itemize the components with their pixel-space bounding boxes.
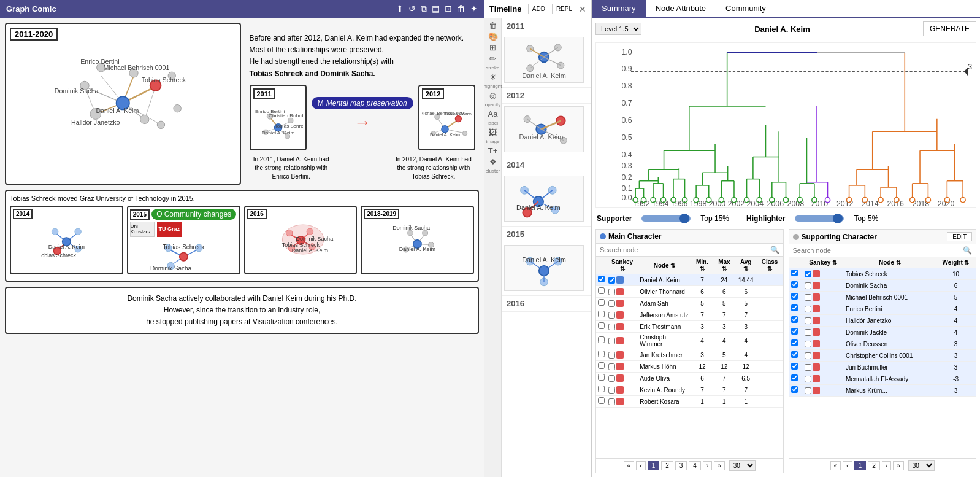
main-page-last[interactable]: » bbox=[714, 461, 725, 470]
refresh-icon[interactable]: ↺ bbox=[408, 4, 416, 14]
supp-char-row[interactable]: Tobias Schreck 10 bbox=[789, 268, 976, 280]
supp-page-2[interactable]: 2 bbox=[868, 461, 880, 470]
supp-char-row[interactable]: Juri Buchmüller 3 bbox=[789, 362, 976, 373]
supp-page-prev[interactable]: ‹ bbox=[843, 461, 852, 470]
graph-comic-header: Graph Comic ⬆ ↺ ⧉ ▤ ⊡ 🗑 ✦ bbox=[0, 0, 484, 18]
community-badge-icon: O bbox=[156, 210, 162, 219]
svg-text:0.1: 0.1 bbox=[622, 184, 632, 193]
supp-page-last[interactable]: » bbox=[893, 461, 904, 470]
col-avg[interactable]: Avg ⇅ bbox=[735, 257, 757, 274]
supp-page-size[interactable]: 30 50 100 bbox=[908, 460, 935, 471]
tab-community[interactable]: Community bbox=[716, 0, 776, 17]
supp-page-first[interactable]: « bbox=[830, 461, 841, 470]
year-panels-row: 2014 Daniel A. Keim Tobi bbox=[10, 206, 474, 274]
camera-icon[interactable]: ⊡ bbox=[445, 4, 452, 14]
svg-text:0.4: 0.4 bbox=[622, 150, 632, 159]
supp-page-1[interactable]: 1 bbox=[854, 461, 867, 470]
opacity-tool-icon[interactable]: ◎ bbox=[489, 91, 496, 100]
col-node[interactable]: Node ⇅ bbox=[638, 257, 691, 274]
share-icon[interactable]: ⬆ bbox=[396, 4, 404, 14]
supp-char-row[interactable]: Dominik Jäckle 4 bbox=[789, 327, 976, 338]
main-page-1[interactable]: 1 bbox=[648, 461, 660, 470]
main-page-first[interactable]: « bbox=[624, 461, 635, 470]
timeline-content: 🗑 🎨 ⊞ ✏ stroke ☀ highlight ◎ opacity Aa … bbox=[484, 18, 591, 477]
timeline-thumb-2015[interactable]: Daniel A. Keim bbox=[502, 242, 591, 296]
year-2015: 2015 bbox=[130, 209, 150, 220]
supporter-slider[interactable] bbox=[641, 215, 691, 222]
delete-tool-icon[interactable]: 🗑 bbox=[489, 21, 497, 30]
main-page-prev[interactable]: ‹ bbox=[636, 461, 645, 470]
close-timeline-icon[interactable]: ✕ bbox=[579, 4, 586, 14]
size-tool-icon[interactable]: ⊞ bbox=[489, 43, 496, 52]
main-char-row[interactable]: Olivier Thonnard 6 6 6 bbox=[596, 286, 783, 298]
repl-button[interactable]: REPL bbox=[552, 4, 576, 14]
supp-char-row[interactable]: Halldór Janetzko 4 bbox=[789, 315, 976, 327]
edit-button[interactable]: EDIT bbox=[947, 232, 972, 241]
supp-char-row[interactable]: Mennatallah El-Assady -3 bbox=[789, 373, 976, 385]
svg-point-88 bbox=[408, 230, 413, 236]
main-char-row[interactable]: Erik Trostmann 3 3 3 bbox=[596, 321, 783, 333]
main-char-search-input[interactable] bbox=[600, 246, 768, 254]
highlighter-slider[interactable] bbox=[795, 215, 844, 222]
layout-icon[interactable]: ▤ bbox=[432, 4, 440, 14]
tab-node-attribute[interactable]: Node Attribute bbox=[646, 0, 716, 17]
main-page-4[interactable]: 4 bbox=[689, 461, 701, 470]
main-char-row[interactable]: Robert Kosara 1 1 1 bbox=[596, 396, 783, 408]
copy-icon[interactable]: ⧉ bbox=[421, 4, 427, 14]
network-2014-sm: Daniel A. Keim Tobias Schreck bbox=[13, 221, 120, 258]
delete-icon[interactable]: 🗑 bbox=[457, 4, 465, 14]
stroke-tool-icon[interactable]: ✏ bbox=[489, 54, 496, 63]
supp-char-search-input[interactable] bbox=[793, 247, 961, 254]
main-char-row[interactable]: Daniel A. Keim 7 24 14.44 bbox=[596, 274, 783, 286]
supp-page-next[interactable]: › bbox=[882, 461, 891, 470]
supp-col-weight[interactable]: Weight ⇅ bbox=[936, 257, 976, 268]
main-char-row[interactable]: Christoph Wimmer 4 4 4 bbox=[596, 333, 783, 349]
magic-icon[interactable]: ✦ bbox=[470, 4, 478, 14]
timeline-thumb-2014[interactable]: Daniel A. Keim bbox=[502, 173, 591, 227]
col-sankey[interactable]: Sankey ⇅ bbox=[607, 257, 638, 274]
supp-char-row[interactable]: Enrico Bertini 4 bbox=[789, 303, 976, 315]
supp-col-sankey[interactable]: Sankey ⇅ bbox=[803, 257, 844, 268]
svg-point-55 bbox=[52, 228, 58, 235]
main-char-row[interactable]: Jan Kretschmer 3 5 4 bbox=[596, 349, 783, 361]
supp-char-row[interactable]: Dominik Sacha 6 bbox=[789, 280, 976, 292]
tab-summary[interactable]: Summary bbox=[592, 0, 646, 17]
story-text-2: Most of the relationships were preserved… bbox=[250, 45, 384, 54]
col-class[interactable]: Class ⇅ bbox=[757, 257, 783, 274]
supp-char-row[interactable]: Oliver Deussen 3 bbox=[789, 338, 976, 350]
main-char-row[interactable]: Markus Höhn 12 12 12 bbox=[596, 361, 783, 373]
timeline-thumb-2012[interactable]: Daniel A. Keim bbox=[502, 104, 591, 157]
col-max[interactable]: Max ⇅ bbox=[713, 257, 735, 274]
label-tool-icon[interactable]: Aa bbox=[488, 109, 498, 118]
generate-button[interactable]: GENERATE bbox=[923, 21, 976, 36]
highlight-tool-icon[interactable]: ☀ bbox=[489, 72, 497, 82]
image-tool-icon[interactable]: 🖼 bbox=[489, 128, 497, 137]
color-tool-icon[interactable]: 🎨 bbox=[488, 32, 498, 41]
timeline-thumb-2011[interactable]: Daniel A. Keim bbox=[502, 34, 591, 88]
main-page-next[interactable]: › bbox=[703, 461, 712, 470]
cluster-tool-icon[interactable]: ❖ bbox=[489, 157, 497, 166]
main-char-row[interactable]: Kevin A. Roundy 7 7 7 bbox=[596, 384, 783, 396]
text-2012: In 2012, Daniel A. Keim had the strong r… bbox=[392, 155, 475, 181]
level-select[interactable]: Level 1.5 Level 1.0 Level 2.0 bbox=[595, 23, 641, 35]
supp-col-node[interactable]: Node ⇅ bbox=[844, 257, 936, 268]
stroke-label-icon: stroke bbox=[486, 65, 500, 71]
svg-text:0.6: 0.6 bbox=[622, 116, 632, 125]
svg-text:2012: 2012 bbox=[836, 200, 854, 207]
main-page-size[interactable]: 30 50 100 bbox=[729, 460, 756, 471]
supp-char-row[interactable]: Michael Behrisch 0001 5 bbox=[789, 292, 976, 303]
network-2015-sm: Tobias Schreck Dominik Sacha bbox=[130, 239, 237, 270]
col-min[interactable]: Min. ⇅ bbox=[691, 257, 713, 274]
text-tool-icon[interactable]: T+ bbox=[488, 146, 498, 155]
add-button[interactable]: ADD bbox=[528, 4, 549, 14]
supp-char-row[interactable]: Markus Krüm... 3 bbox=[789, 385, 976, 397]
supp-char-row[interactable]: Christopher Collins 0001 3 bbox=[789, 350, 976, 362]
main-char-row[interactable]: Jefferson Amstutz 7 7 7 bbox=[596, 309, 783, 321]
main-page-2[interactable]: 2 bbox=[661, 461, 673, 470]
main-page-3[interactable]: 3 bbox=[675, 461, 687, 470]
main-char-row[interactable]: Aude Oliva 6 7 6.5 bbox=[596, 373, 783, 384]
header-icons: ⬆ ↺ ⧉ ▤ ⊡ 🗑 ✦ bbox=[396, 4, 478, 14]
supp-char-table: Sankey ⇅ Node ⇅ Weight ⇅ Tobias Schreck … bbox=[789, 257, 976, 458]
main-char-row[interactable]: Adam Sah 5 5 5 bbox=[596, 298, 783, 309]
year-2012: 2012 bbox=[422, 88, 444, 99]
